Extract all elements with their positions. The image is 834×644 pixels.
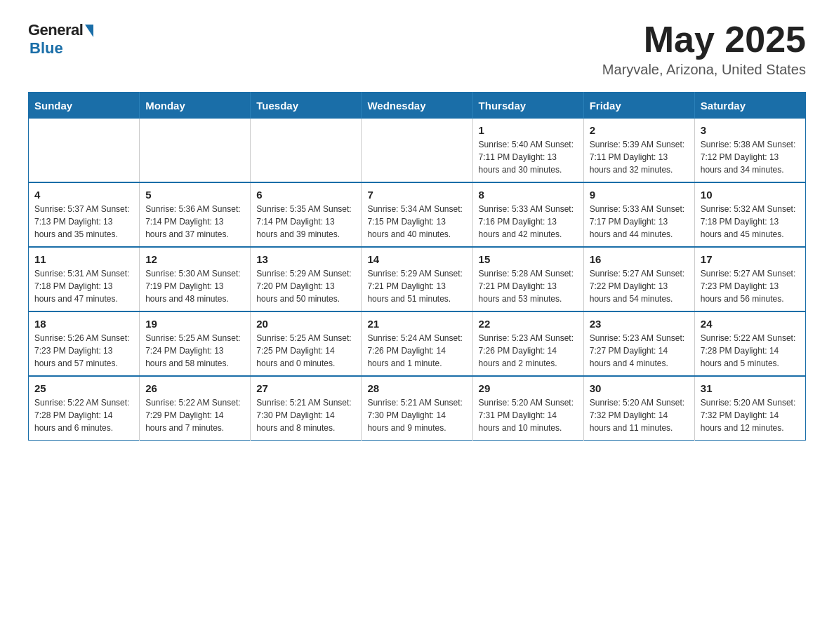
calendar-cell: 9Sunrise: 5:33 AM Sunset: 7:17 PM Daylig…: [583, 182, 694, 247]
calendar-cell: 16Sunrise: 5:27 AM Sunset: 7:22 PM Dayli…: [583, 247, 694, 311]
day-info: Sunrise: 5:20 AM Sunset: 7:32 PM Dayligh…: [701, 396, 800, 434]
day-number: 17: [701, 253, 800, 265]
calendar-cell: 13Sunrise: 5:29 AM Sunset: 7:20 PM Dayli…: [251, 247, 362, 311]
calendar-cell: 12Sunrise: 5:30 AM Sunset: 7:19 PM Dayli…: [140, 247, 251, 311]
calendar-cell: 15Sunrise: 5:28 AM Sunset: 7:21 PM Dayli…: [472, 247, 583, 311]
day-number: 30: [590, 382, 689, 394]
day-info: Sunrise: 5:27 AM Sunset: 7:22 PM Dayligh…: [590, 267, 689, 305]
month-title: May 2025: [602, 21, 806, 58]
calendar-cell: 27Sunrise: 5:21 AM Sunset: 7:30 PM Dayli…: [251, 376, 362, 441]
day-number: 24: [701, 318, 800, 330]
day-info: Sunrise: 5:36 AM Sunset: 7:14 PM Dayligh…: [145, 203, 244, 241]
location-subtitle: Maryvale, Arizona, United States: [602, 62, 806, 78]
logo-arrow-icon: [85, 25, 93, 37]
day-info: Sunrise: 5:29 AM Sunset: 7:21 PM Dayligh…: [367, 267, 466, 305]
calendar-cell: 25Sunrise: 5:22 AM Sunset: 7:28 PM Dayli…: [29, 376, 140, 441]
logo-general-text: General: [28, 21, 83, 39]
day-info: Sunrise: 5:38 AM Sunset: 7:12 PM Dayligh…: [701, 138, 800, 176]
day-info: Sunrise: 5:31 AM Sunset: 7:18 PM Dayligh…: [34, 267, 133, 305]
calendar-header-tuesday: Tuesday: [251, 93, 362, 119]
day-info: Sunrise: 5:22 AM Sunset: 7:28 PM Dayligh…: [701, 332, 800, 370]
day-info: Sunrise: 5:22 AM Sunset: 7:28 PM Dayligh…: [34, 396, 133, 434]
day-info: Sunrise: 5:20 AM Sunset: 7:31 PM Dayligh…: [479, 396, 578, 434]
day-info: Sunrise: 5:21 AM Sunset: 7:30 PM Dayligh…: [256, 396, 355, 434]
calendar-cell: 7Sunrise: 5:34 AM Sunset: 7:15 PM Daylig…: [362, 182, 472, 247]
calendar-cell: 18Sunrise: 5:26 AM Sunset: 7:23 PM Dayli…: [29, 311, 140, 376]
calendar-cell: 3Sunrise: 5:38 AM Sunset: 7:12 PM Daylig…: [694, 119, 805, 182]
calendar-cell: 29Sunrise: 5:20 AM Sunset: 7:31 PM Dayli…: [472, 376, 583, 441]
day-number: 13: [256, 253, 355, 265]
day-number: 3: [701, 124, 800, 136]
day-number: 5: [145, 189, 244, 201]
day-number: 23: [590, 318, 689, 330]
day-number: 31: [701, 382, 800, 394]
calendar-cell: 23Sunrise: 5:23 AM Sunset: 7:27 PM Dayli…: [583, 311, 694, 376]
day-info: Sunrise: 5:39 AM Sunset: 7:11 PM Dayligh…: [590, 138, 689, 176]
calendar-header-row: SundayMondayTuesdayWednesdayThursdayFrid…: [29, 93, 806, 119]
calendar-cell: 20Sunrise: 5:25 AM Sunset: 7:25 PM Dayli…: [251, 311, 362, 376]
calendar-cell: 2Sunrise: 5:39 AM Sunset: 7:11 PM Daylig…: [583, 119, 694, 182]
calendar-table: SundayMondayTuesdayWednesdayThursdayFrid…: [28, 92, 806, 441]
calendar-cell: 24Sunrise: 5:22 AM Sunset: 7:28 PM Dayli…: [694, 311, 805, 376]
day-info: Sunrise: 5:34 AM Sunset: 7:15 PM Dayligh…: [367, 203, 466, 241]
day-info: Sunrise: 5:32 AM Sunset: 7:18 PM Dayligh…: [701, 203, 800, 241]
calendar-cell: 17Sunrise: 5:27 AM Sunset: 7:23 PM Dayli…: [694, 247, 805, 311]
calendar-cell: 19Sunrise: 5:25 AM Sunset: 7:24 PM Dayli…: [140, 311, 251, 376]
day-number: 15: [479, 253, 578, 265]
day-info: Sunrise: 5:25 AM Sunset: 7:25 PM Dayligh…: [256, 332, 355, 370]
calendar-cell: 30Sunrise: 5:20 AM Sunset: 7:32 PM Dayli…: [583, 376, 694, 441]
day-number: 27: [256, 382, 355, 394]
day-info: Sunrise: 5:25 AM Sunset: 7:24 PM Dayligh…: [145, 332, 244, 370]
calendar-header-monday: Monday: [140, 93, 251, 119]
calendar-cell: 8Sunrise: 5:33 AM Sunset: 7:16 PM Daylig…: [472, 182, 583, 247]
calendar-cell: 5Sunrise: 5:36 AM Sunset: 7:14 PM Daylig…: [140, 182, 251, 247]
calendar-header-saturday: Saturday: [694, 93, 805, 119]
day-info: Sunrise: 5:20 AM Sunset: 7:32 PM Dayligh…: [590, 396, 689, 434]
day-number: 6: [256, 189, 355, 201]
calendar-cell: 1Sunrise: 5:40 AM Sunset: 7:11 PM Daylig…: [472, 119, 583, 182]
day-number: 16: [590, 253, 689, 265]
day-number: 1: [479, 124, 578, 136]
day-info: Sunrise: 5:28 AM Sunset: 7:21 PM Dayligh…: [479, 267, 578, 305]
calendar-week-row: 11Sunrise: 5:31 AM Sunset: 7:18 PM Dayli…: [29, 247, 806, 311]
calendar-header-thursday: Thursday: [472, 93, 583, 119]
calendar-cell: 28Sunrise: 5:21 AM Sunset: 7:30 PM Dayli…: [362, 376, 472, 441]
calendar-cell: 21Sunrise: 5:24 AM Sunset: 7:26 PM Dayli…: [362, 311, 472, 376]
calendar-week-row: 4Sunrise: 5:37 AM Sunset: 7:13 PM Daylig…: [29, 182, 806, 247]
day-info: Sunrise: 5:29 AM Sunset: 7:20 PM Dayligh…: [256, 267, 355, 305]
day-info: Sunrise: 5:40 AM Sunset: 7:11 PM Dayligh…: [479, 138, 578, 176]
calendar-header-sunday: Sunday: [29, 93, 140, 119]
calendar-cell: 10Sunrise: 5:32 AM Sunset: 7:18 PM Dayli…: [694, 182, 805, 247]
day-number: 14: [367, 253, 466, 265]
day-number: 2: [590, 124, 689, 136]
day-number: 25: [34, 382, 133, 394]
day-number: 9: [590, 189, 689, 201]
day-number: 8: [479, 189, 578, 201]
day-number: 28: [367, 382, 466, 394]
calendar-cell: 22Sunrise: 5:23 AM Sunset: 7:26 PM Dayli…: [472, 311, 583, 376]
day-number: 19: [145, 318, 244, 330]
calendar-cell: 6Sunrise: 5:35 AM Sunset: 7:14 PM Daylig…: [251, 182, 362, 247]
calendar-header-friday: Friday: [583, 93, 694, 119]
day-number: 29: [479, 382, 578, 394]
logo: General Blue: [28, 21, 93, 58]
logo-blue-text: Blue: [29, 39, 63, 58]
calendar-cell: [362, 119, 472, 182]
day-number: 18: [34, 318, 133, 330]
calendar-cell: [140, 119, 251, 182]
calendar-week-row: 1Sunrise: 5:40 AM Sunset: 7:11 PM Daylig…: [29, 119, 806, 182]
day-info: Sunrise: 5:23 AM Sunset: 7:26 PM Dayligh…: [479, 332, 578, 370]
day-number: 7: [367, 189, 466, 201]
calendar-week-row: 18Sunrise: 5:26 AM Sunset: 7:23 PM Dayli…: [29, 311, 806, 376]
calendar-cell: 26Sunrise: 5:22 AM Sunset: 7:29 PM Dayli…: [140, 376, 251, 441]
day-number: 20: [256, 318, 355, 330]
day-info: Sunrise: 5:35 AM Sunset: 7:14 PM Dayligh…: [256, 203, 355, 241]
calendar-cell: 11Sunrise: 5:31 AM Sunset: 7:18 PM Dayli…: [29, 247, 140, 311]
calendar-header-wednesday: Wednesday: [362, 93, 472, 119]
day-number: 10: [701, 189, 800, 201]
day-info: Sunrise: 5:27 AM Sunset: 7:23 PM Dayligh…: [701, 267, 800, 305]
day-info: Sunrise: 5:37 AM Sunset: 7:13 PM Dayligh…: [34, 203, 133, 241]
day-info: Sunrise: 5:26 AM Sunset: 7:23 PM Dayligh…: [34, 332, 133, 370]
day-number: 4: [34, 189, 133, 201]
calendar-cell: 4Sunrise: 5:37 AM Sunset: 7:13 PM Daylig…: [29, 182, 140, 247]
